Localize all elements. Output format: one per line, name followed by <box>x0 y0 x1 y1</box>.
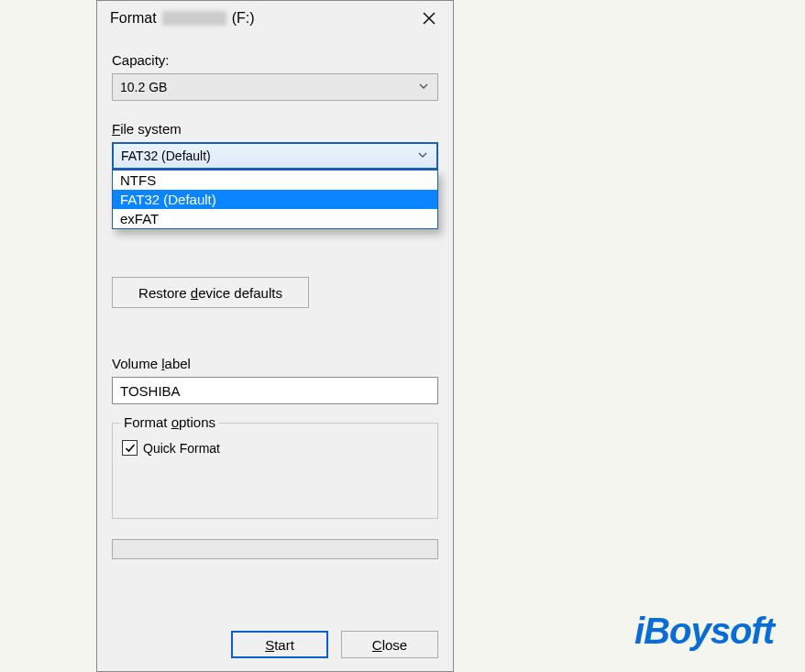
close-button[interactable]: Close <box>341 631 438 658</box>
volume-label-label: Volume label <box>112 356 438 371</box>
capacity-value: 10.2 GB <box>120 80 167 94</box>
titlebar: Format (F:) <box>97 1 453 38</box>
capacity-label: Capacity: <box>112 52 438 68</box>
dialog-body: Capacity: 10.2 GB File system FAT32 (Def… <box>97 38 453 614</box>
filesystem-dropdown[interactable]: FAT32 (Default) <box>112 142 438 170</box>
filesystem-option-fat32[interactable]: FAT32 (Default) <box>113 190 437 209</box>
title-drive: (F:) <box>232 10 255 27</box>
capacity-dropdown[interactable]: 10.2 GB <box>112 73 438 101</box>
quick-format-row: Quick Format <box>122 440 428 456</box>
chevron-down-icon <box>416 149 429 164</box>
volume-label-input[interactable] <box>112 377 438 404</box>
filesystem-dropdown-list: NTFS FAT32 (Default) exFAT <box>112 170 438 229</box>
progress-bar <box>112 539 438 559</box>
button-row: Start Close <box>97 614 453 671</box>
quick-format-checkbox[interactable] <box>122 440 138 456</box>
filesystem-label: File system <box>112 121 438 137</box>
filesystem-option-ntfs[interactable]: NTFS <box>113 171 437 190</box>
restore-defaults-button[interactable]: Restore device defaults <box>112 277 309 308</box>
title-text-group: Format (F:) <box>110 10 255 27</box>
chevron-down-icon <box>417 80 430 95</box>
watermark-logo: iBoysoft <box>634 611 774 652</box>
title-prefix: Format <box>110 10 157 27</box>
format-options-legend: Format options <box>120 414 219 430</box>
format-options-group: Format options Quick Format <box>112 423 438 519</box>
filesystem-option-exfat[interactable]: exFAT <box>113 209 437 228</box>
close-icon[interactable] <box>414 4 444 33</box>
title-redacted <box>162 11 226 26</box>
start-button[interactable]: Start <box>231 631 328 658</box>
format-dialog: Format (F:) Capacity: 10.2 GB File syste… <box>96 0 454 672</box>
filesystem-value: FAT32 (Default) <box>121 149 211 163</box>
quick-format-label: Quick Format <box>143 441 220 456</box>
